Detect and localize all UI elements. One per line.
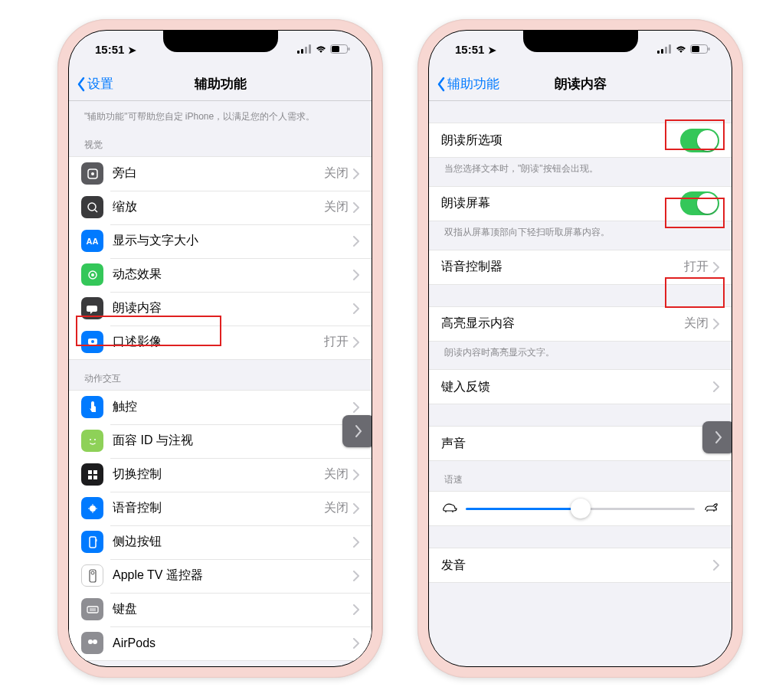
speak-screen-control[interactable] — [702, 421, 732, 453]
voiceover-icon — [81, 162, 103, 185]
svg-rect-40 — [692, 46, 699, 52]
chevron-right-icon — [353, 469, 359, 480]
phone-right: 15:51 ➤ 辅助功能 朗读内容 — [417, 19, 743, 678]
zoom-icon — [81, 196, 103, 218]
cell-label: Apple TV 遥控器 — [113, 568, 353, 584]
section-motor: 动作交互 — [69, 360, 372, 390]
svg-rect-26 — [90, 537, 96, 548]
svg-rect-41 — [709, 47, 710, 51]
cell-highlight-content[interactable]: 高亮显示内容 关闭 — [429, 307, 732, 341]
cell-audio-descriptions[interactable]: 口述影像 打开 — [69, 325, 372, 359]
toggle-speak-selection[interactable] — [680, 129, 719, 152]
slider-thumb[interactable] — [571, 499, 591, 518]
status-time: 15:51 ➤ — [455, 43, 496, 56]
cell-label: 语音控制 — [113, 500, 324, 516]
switch-control-icon — [81, 463, 103, 486]
cell-motion[interactable]: 动态效果 — [69, 258, 372, 292]
location-icon: ➤ — [128, 44, 136, 56]
svg-rect-19 — [88, 476, 92, 479]
desc-speak-selection: 当您选择文本时，"朗读"按钮会出现。 — [429, 158, 732, 178]
cell-typing-feedback[interactable]: 键入反馈 — [429, 370, 732, 404]
cell-appletv-remote[interactable]: Apple TV 遥控器 — [69, 559, 372, 593]
phone-left: 15:51 ➤ 设置 辅助功能 "辅助功能 — [57, 19, 383, 678]
cell-label: 朗读所选项 — [441, 132, 680, 149]
svg-rect-30 — [87, 607, 98, 613]
cell-voiceover[interactable]: 旁白 关闭 — [69, 157, 372, 191]
cell-spoken-content[interactable]: 朗读内容 — [69, 292, 372, 325]
cell-display-text[interactable]: AA 显示与文字大小 — [69, 224, 372, 258]
speed-slider[interactable] — [466, 508, 695, 510]
group-speed — [429, 491, 732, 526]
section-speed: 语速 — [429, 461, 732, 491]
cell-label: 缩放 — [113, 199, 324, 215]
cell-faceid[interactable]: 面容 ID 与注视 — [69, 424, 372, 458]
svg-rect-18 — [93, 470, 97, 474]
notch — [163, 31, 278, 52]
keyboard-icon — [81, 598, 103, 620]
desc-speak-screen: 双指从屏幕顶部向下轻扫听取屏幕内容。 — [429, 221, 732, 242]
touch-icon — [81, 396, 103, 418]
cell-pronunciation[interactable]: 发音 — [429, 548, 732, 582]
chevron-right-icon — [353, 604, 359, 615]
cell-speech-controller[interactable]: 语音控制器 打开 — [429, 250, 732, 284]
cell-touch[interactable]: 触控 — [69, 391, 372, 424]
cell-airpods[interactable]: AirPods — [69, 626, 372, 660]
rabbit-icon — [702, 501, 719, 516]
cell-label: 侧边按钮 — [113, 534, 353, 550]
svg-point-33 — [88, 639, 93, 644]
cell-label: 口述影像 — [113, 334, 324, 350]
cell-side-button[interactable]: 侧边按钮 — [69, 525, 372, 559]
spoken-content-icon — [81, 297, 103, 319]
voice-control-icon — [81, 497, 103, 519]
signal-icon — [297, 43, 312, 56]
content-right[interactable]: 朗读所选项 当您选择文本时，"朗读"按钮会出现。 朗读屏幕 双指从屏幕顶部向下轻… — [429, 101, 732, 666]
cell-label: 朗读屏幕 — [441, 195, 680, 211]
cell-value: 关闭 — [684, 316, 709, 332]
content-left[interactable]: "辅助功能"可帮助您自定 iPhone，以满足您的个人需求。 视觉 旁白 关闭 … — [69, 101, 372, 666]
svg-rect-36 — [661, 49, 663, 54]
nav-back-label: 设置 — [87, 75, 113, 93]
cell-voices[interactable]: 声音 — [429, 427, 732, 460]
cell-label: 动态效果 — [113, 267, 353, 283]
battery-icon — [330, 43, 350, 56]
svg-point-29 — [91, 571, 94, 574]
toggle-speak-screen[interactable] — [680, 191, 719, 215]
svg-point-15 — [90, 439, 91, 440]
section-vision: 视觉 — [69, 126, 372, 156]
svg-rect-20 — [93, 476, 97, 479]
cell-label: 高亮显示内容 — [441, 316, 684, 332]
cell-speak-selection[interactable]: 朗读所选项 — [429, 123, 732, 157]
svg-line-10 — [95, 210, 97, 212]
speak-screen-control[interactable] — [342, 415, 372, 447]
svg-rect-6 — [349, 47, 350, 51]
cell-speak-screen[interactable]: 朗读屏幕 — [429, 187, 732, 221]
svg-point-8 — [91, 172, 94, 175]
appletv-icon — [81, 564, 103, 587]
side-button-icon — [81, 531, 103, 553]
cell-label: 键入反馈 — [441, 379, 713, 395]
cell-label: 旁白 — [113, 165, 324, 182]
svg-rect-5 — [332, 46, 339, 52]
cell-label: 切换控制 — [113, 466, 324, 482]
status-icons — [297, 43, 350, 56]
svg-point-14 — [91, 340, 94, 343]
group-motor: 触控 面容 ID 与注视 切换控制 关闭 — [69, 390, 372, 661]
cell-switch-control[interactable]: 切换控制 关闭 — [69, 458, 372, 492]
location-icon: ➤ — [488, 44, 496, 56]
svg-point-16 — [94, 439, 96, 440]
cell-voice-control[interactable]: 语音控制 关闭 — [69, 492, 372, 525]
audio-desc-icon — [81, 331, 103, 353]
chevron-right-icon — [353, 236, 359, 247]
svg-rect-37 — [665, 47, 667, 54]
nav-back-button[interactable]: 辅助功能 — [437, 75, 499, 93]
cell-zoom[interactable]: 缩放 关闭 — [69, 191, 372, 224]
signal-icon — [657, 43, 672, 56]
nav-back-button[interactable]: 设置 — [77, 75, 113, 93]
cell-keyboard[interactable]: 键盘 — [69, 593, 372, 626]
cell-label: 面容 ID 与注视 — [113, 433, 353, 449]
chevron-right-icon — [353, 202, 359, 213]
group-pronunciation: 发音 — [429, 548, 732, 583]
nav-bar: 设置 辅助功能 — [69, 67, 372, 101]
screen-left: 15:51 ➤ 设置 辅助功能 "辅助功能 — [68, 30, 372, 667]
cell-value: 关闭 — [324, 199, 349, 215]
